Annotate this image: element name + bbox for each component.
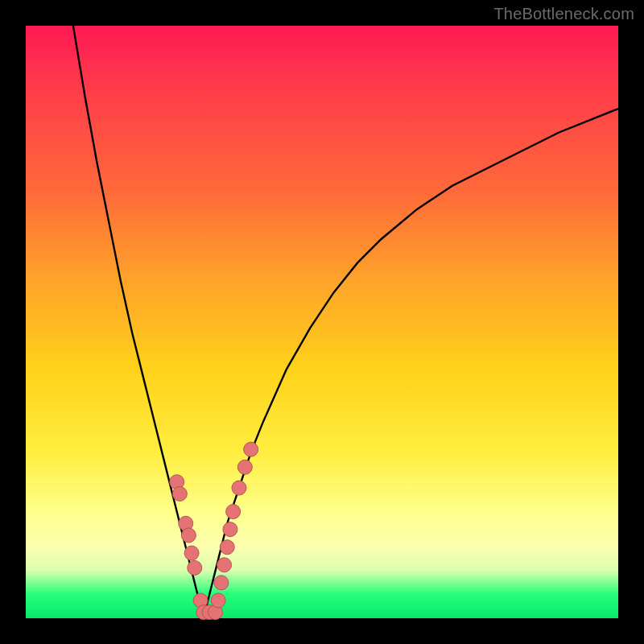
curve-right — [204, 109, 618, 618]
data-marker — [172, 486, 187, 501]
data-marker — [237, 460, 252, 474]
data-marker — [232, 481, 246, 495]
data-marker — [211, 593, 225, 608]
data-marker — [223, 522, 237, 537]
data-marker — [220, 540, 234, 555]
marker-cluster — [170, 442, 258, 619]
data-marker — [244, 442, 258, 456]
watermark-text: TheBottleneck.com — [493, 5, 634, 23]
outer-frame: TheBottleneck.com — [0, 0, 644, 644]
data-marker — [184, 546, 199, 560]
plot-area — [26, 26, 618, 618]
data-marker — [181, 528, 196, 543]
data-marker — [214, 576, 229, 590]
data-marker — [188, 560, 202, 575]
data-marker — [217, 558, 232, 572]
chart-svg — [26, 26, 618, 618]
data-marker — [226, 505, 241, 519]
